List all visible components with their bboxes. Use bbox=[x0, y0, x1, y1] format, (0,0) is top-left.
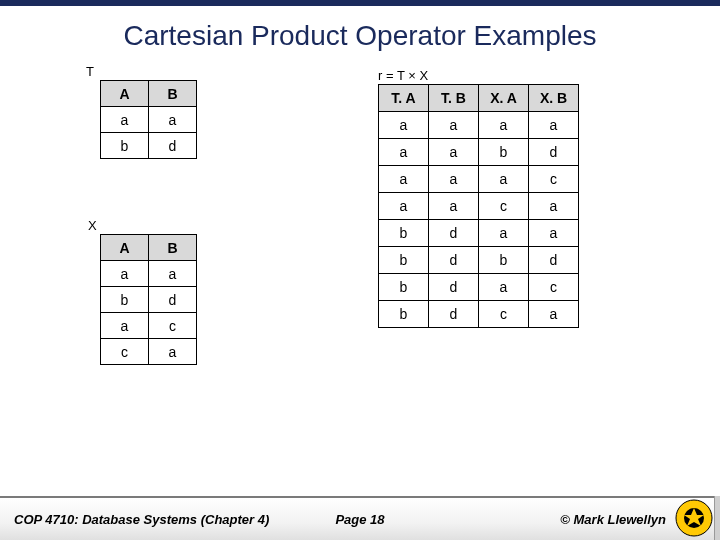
table-row: b d c a bbox=[379, 301, 579, 328]
cell: b bbox=[379, 301, 429, 328]
table-t-label: T bbox=[86, 64, 94, 79]
cell: a bbox=[149, 107, 197, 133]
slide-title: Cartesian Product Operator Examples bbox=[0, 20, 720, 52]
table-row: b d b d bbox=[379, 247, 579, 274]
footer-copyright: © Mark Llewellyn bbox=[560, 512, 666, 527]
cell: a bbox=[379, 166, 429, 193]
cell: a bbox=[429, 139, 479, 166]
table-header-row: A B bbox=[101, 235, 197, 261]
table-row: a a c a bbox=[379, 193, 579, 220]
table-row: b d a a bbox=[379, 220, 579, 247]
cell: d bbox=[149, 287, 197, 313]
table-t: A B a a b d bbox=[100, 80, 197, 159]
cell: d bbox=[429, 247, 479, 274]
slide-edge bbox=[714, 496, 720, 540]
cell: a bbox=[101, 313, 149, 339]
content-area: T A B a a b d X A B a a b d a c bbox=[0, 60, 720, 490]
cell: a bbox=[379, 193, 429, 220]
cell: b bbox=[379, 220, 429, 247]
table-row: a a bbox=[101, 107, 197, 133]
cell: a bbox=[379, 139, 429, 166]
col-header: T. B bbox=[429, 85, 479, 112]
cell: a bbox=[529, 220, 579, 247]
cell: a bbox=[429, 112, 479, 139]
cell: c bbox=[479, 301, 529, 328]
cell: a bbox=[479, 112, 529, 139]
table-row: a a b d bbox=[379, 139, 579, 166]
cell: d bbox=[429, 274, 479, 301]
cell: c bbox=[149, 313, 197, 339]
cell: a bbox=[429, 166, 479, 193]
cell: a bbox=[101, 107, 149, 133]
cell: a bbox=[529, 193, 579, 220]
table-x: A B a a b d a c c a bbox=[100, 234, 197, 365]
cell: a bbox=[529, 112, 579, 139]
col-header: A bbox=[101, 81, 149, 107]
cell: b bbox=[101, 133, 149, 159]
col-header: A bbox=[101, 235, 149, 261]
cell: b bbox=[379, 247, 429, 274]
footer-page: Page 18 bbox=[335, 512, 384, 527]
cell: d bbox=[149, 133, 197, 159]
table-header-row: A B bbox=[101, 81, 197, 107]
cell: a bbox=[149, 261, 197, 287]
cell: b bbox=[379, 274, 429, 301]
cell: a bbox=[101, 261, 149, 287]
cell: d bbox=[529, 139, 579, 166]
cell: b bbox=[101, 287, 149, 313]
col-header: X. B bbox=[529, 85, 579, 112]
cell: d bbox=[529, 247, 579, 274]
footer-course: COP 4710: Database Systems (Chapter 4) bbox=[14, 512, 269, 527]
cell: b bbox=[479, 139, 529, 166]
table-row: a a a a bbox=[379, 112, 579, 139]
table-x-label: X bbox=[88, 218, 97, 233]
table-header-row: T. A T. B X. A X. B bbox=[379, 85, 579, 112]
cell: a bbox=[429, 193, 479, 220]
table-row: b d bbox=[101, 133, 197, 159]
col-header: X. A bbox=[479, 85, 529, 112]
table-r-label: r = T × X bbox=[378, 68, 428, 83]
footer-bar: COP 4710: Database Systems (Chapter 4) P… bbox=[0, 496, 720, 540]
cell: c bbox=[101, 339, 149, 365]
ucf-logo-icon bbox=[674, 498, 714, 538]
cell: c bbox=[529, 274, 579, 301]
table-row: b d a c bbox=[379, 274, 579, 301]
top-accent-bar bbox=[0, 0, 720, 6]
table-row: c a bbox=[101, 339, 197, 365]
cell: d bbox=[429, 301, 479, 328]
col-header: T. A bbox=[379, 85, 429, 112]
cell: d bbox=[429, 220, 479, 247]
cell: a bbox=[479, 166, 529, 193]
cell: c bbox=[479, 193, 529, 220]
table-row: a a bbox=[101, 261, 197, 287]
table-r: T. A T. B X. A X. B a a a a a a b d a a … bbox=[378, 84, 579, 328]
cell: a bbox=[479, 220, 529, 247]
table-row: a a a c bbox=[379, 166, 579, 193]
col-header: B bbox=[149, 235, 197, 261]
table-row: b d bbox=[101, 287, 197, 313]
cell: a bbox=[479, 274, 529, 301]
cell: c bbox=[529, 166, 579, 193]
cell: a bbox=[149, 339, 197, 365]
cell: a bbox=[529, 301, 579, 328]
cell: a bbox=[379, 112, 429, 139]
col-header: B bbox=[149, 81, 197, 107]
cell: b bbox=[479, 247, 529, 274]
table-row: a c bbox=[101, 313, 197, 339]
